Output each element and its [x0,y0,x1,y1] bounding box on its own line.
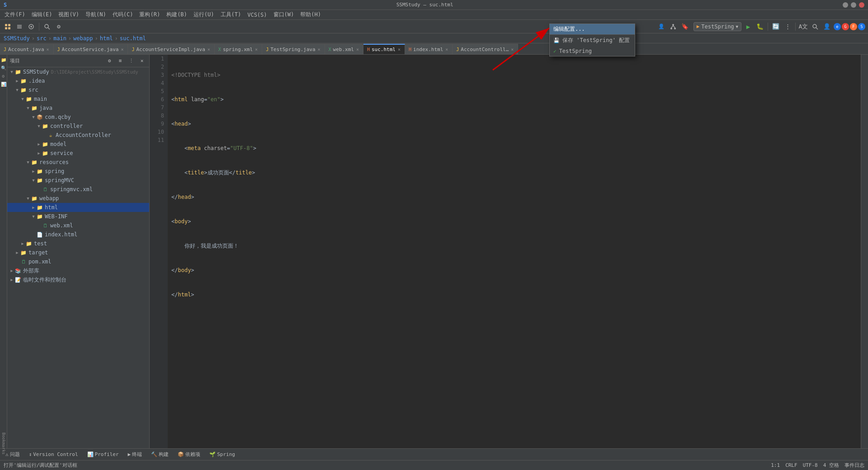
tree-item-target[interactable]: ▶ 📁 target [7,248,149,257]
tree-item-pom-xml[interactable]: 🗒 pom.xml [7,257,149,266]
status-crlf[interactable]: CRLF [785,462,797,468]
menu-code[interactable]: 代码(C) [110,10,136,19]
left-icon-3[interactable]: ⚙ [0,73,7,79]
safari-icon[interactable]: S [858,23,865,30]
breadcrumb-app[interactable]: SSMStudy [4,35,30,42]
code-editor[interactable]: 1 2 3 4 5 6 7 8 9 10 11 <!DOCTYPE html> … [150,55,861,448]
minimize-button[interactable] [843,2,848,8]
tab-web-xml[interactable]: X web.xml × [325,44,363,54]
tree-item-test[interactable]: ▶ 📁 test [7,239,149,248]
tree-item-accountcontroller[interactable]: ☕ AccountController [7,131,149,140]
tree-item-webapp[interactable]: ▼ 📁 webapp [7,194,149,203]
tree-item-webinf[interactable]: ▼ 📁 WEB-INF [7,212,149,221]
tree-item-src[interactable]: ▼ 📁 src [7,85,149,94]
left-icon-4[interactable]: 📊 [0,81,7,87]
tab-spring-xml[interactable]: X spring.xml × [215,44,262,54]
toolbar-btn-2[interactable] [26,22,36,32]
chrome-icon[interactable]: G [842,23,849,30]
tree-item-external-libs[interactable]: ▶ 📚 外部库 [7,266,149,275]
breadcrumb-html[interactable]: html [100,35,113,42]
bottom-tab-build[interactable]: 🔨 构建 [148,450,171,459]
bottom-tab-profiler[interactable]: 📊 Profiler [85,451,122,458]
tree-item-web-xml[interactable]: 🗒 web.xml [7,221,149,230]
tab-account-java[interactable]: J Account.java × [0,44,54,54]
toolbar-profile[interactable]: 👤 [822,22,832,32]
menu-run[interactable]: 运行(U) [191,10,217,19]
toolbar-sync[interactable]: 🔄 [771,22,781,32]
tree-item-springmvc[interactable]: ▼ 📁 springMVC [7,176,149,185]
tree-item-scratches[interactable]: ▶ 📝 临时文件和控制台 [7,275,149,284]
bottom-tab-dependencies[interactable]: 📦 依赖项 [175,450,203,459]
status-position[interactable]: 1:1 [771,462,780,468]
debug-button[interactable]: 🐛 [755,22,765,32]
maximize-button[interactable] [851,2,856,8]
tree-item-controller[interactable]: ▼ 📁 controller [7,122,149,131]
menu-window[interactable]: 窗口(W) [271,10,297,19]
code-content[interactable]: <!DOCTYPE html> <html lang="en"> <head> … [168,55,861,448]
tab-index-html[interactable]: H index.html × [405,44,453,54]
menu-refactor[interactable]: 重构(R) [137,10,163,19]
run-button[interactable]: ▶ [743,22,753,32]
tree-btn-collapse[interactable]: ≡ [116,56,125,66]
toolbar-search[interactable] [42,22,52,32]
tree-item-main[interactable]: ▼ 📁 main [7,94,149,103]
breadcrumb-main[interactable]: main [53,35,66,42]
left-icon-2[interactable]: 🔍 [0,65,7,71]
toolbar-avatar[interactable]: 👤 [656,22,666,32]
tab-testspring-java[interactable]: J TestSpring.java × [262,44,325,54]
tree-item-java[interactable]: ▼ 📁 java [7,103,149,113]
tree-item-ssmstudy[interactable]: ▼ 📁 SSMStudy D:\IDEAproject\SSMStudy\SSM… [7,67,149,76]
tree-btn-options[interactable]: ⋮ [127,56,136,66]
toolbar-btn-1[interactable] [14,22,24,32]
tab-close[interactable]: × [397,47,401,52]
tab-close[interactable]: × [46,47,50,52]
run-config-arrow[interactable]: ▼ [736,24,738,29]
menu-vcs[interactable]: VCS(S) [245,11,269,19]
close-button[interactable] [859,2,864,8]
menu-navigate[interactable]: 导航(N) [83,10,109,19]
tree-item-service[interactable]: ▶ 📁 service [7,149,149,158]
breadcrumb-src[interactable]: src [37,35,47,42]
config-popup-title[interactable]: 编辑配置... [553,26,585,32]
toolbar-translate[interactable]: A文 [798,22,808,32]
bottom-tab-spring[interactable]: 🌱 Spring [207,451,238,458]
title-bar-controls[interactable] [843,2,864,8]
toolbar-git[interactable] [668,22,678,32]
breadcrumb-file[interactable]: suc.html [120,35,146,42]
status-event-log[interactable]: 事件日志 [844,462,864,469]
tree-item-spring[interactable]: ▶ 📁 spring [7,167,149,176]
left-icon-1[interactable]: 📁 [0,56,7,63]
menu-file[interactable]: 文件(F) [2,10,28,19]
tab-close[interactable]: × [510,47,514,52]
tree-btn-close[interactable]: ✕ [137,56,146,66]
tree-item-springmvc-xml[interactable]: 🗒 springmvc.xml [7,185,149,194]
bottom-tab-problems[interactable]: ⚠ 问题 [3,450,23,459]
tab-accountservice-java[interactable]: J AccountService.java × [54,44,128,54]
tab-close[interactable]: × [356,47,359,52]
config-popup-item-save[interactable]: 💾 保存 'TestSpring' 配置 [550,35,635,46]
tab-close[interactable]: × [445,47,448,52]
tab-accountserviceimpl-java[interactable]: J AccountServiceImpl.java × [128,44,214,54]
run-config-selector[interactable]: ▶ TestSpring ▼ [693,22,741,31]
menu-edit[interactable]: 编辑(E) [29,10,55,19]
breadcrumb-webapp[interactable]: webapp [73,35,93,42]
config-popup-item-testspring[interactable]: ✓ TestSpring [550,46,635,56]
ie-icon[interactable]: e [834,23,841,30]
tab-close[interactable]: × [207,47,211,52]
tab-close[interactable]: × [317,47,321,52]
tree-item-idea[interactable]: ▶ 📁 .idea [7,76,149,85]
status-encoding[interactable]: UTF-8 [803,462,818,468]
tab-close[interactable]: × [120,47,124,52]
firefox-icon[interactable]: F [850,23,857,30]
toolbar-bookmark[interactable]: 🔖 [680,22,690,32]
tab-accountcontroller-java[interactable]: J AccountControll… × [453,44,518,54]
tree-item-resources[interactable]: ▼ 📁 resources [7,158,149,167]
project-tree[interactable]: 项目 ⚙ ≡ ⋮ ✕ ▼ 📁 SSMStudy D:\IDEAproject\S… [7,55,150,448]
tree-btn-sync[interactable]: ⚙ [105,56,114,66]
menu-help[interactable]: 帮助(H) [297,10,324,19]
tree-item-index-html[interactable]: 📄 index.html [7,230,149,239]
bottom-tab-terminal[interactable]: ▶ 终端 [125,450,145,459]
menu-build[interactable]: 构建(B) [164,10,190,19]
tree-item-model[interactable]: ▶ 📁 model [7,140,149,149]
menu-tools[interactable]: 工具(T) [218,10,244,19]
